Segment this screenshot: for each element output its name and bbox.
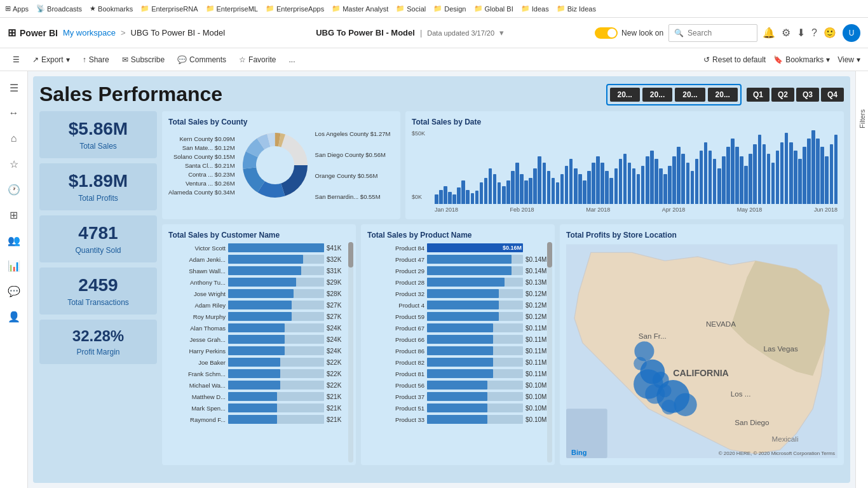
q1-btn[interactable]: Q1 (747, 88, 770, 102)
top-charts-row: Total Sales by County Kern County $0.09M… (162, 111, 844, 219)
bookmarks-chevron: ▾ (826, 55, 830, 64)
bookmark-social[interactable]: 📁 Social (396, 4, 426, 13)
workspace-link[interactable]: My workspace (63, 28, 116, 37)
cust-bar-bg (228, 358, 324, 367)
list-item: Product 4 $0.12M (367, 301, 548, 309)
total-profits-value: $1.89M (50, 171, 147, 191)
comments-button[interactable]: 💬 Comments (172, 53, 231, 67)
cust-bar-bg (228, 289, 324, 298)
hamburger-button[interactable]: ☰ (8, 53, 25, 67)
year-btn-1[interactable]: 20... (610, 88, 640, 102)
cust-bar-fill (228, 346, 285, 355)
sidebar-favorites-icon[interactable]: ☆ (3, 152, 25, 175)
x-label-1: Feb 2018 (510, 207, 534, 213)
q2-btn[interactable]: Q2 (771, 88, 794, 102)
dropdown-arrow-icon[interactable]: ▾ (499, 28, 504, 37)
prod-bar-fill (427, 278, 505, 287)
bookmark-broadcasts[interactable]: 📡 Broadcasts (36, 4, 82, 13)
cust-name: Jose Wright (168, 290, 226, 297)
sidebar-profile-icon[interactable]: 👤 (3, 305, 25, 328)
bookmark-apps[interactable]: ⊞ Apps (5, 4, 29, 13)
sidebar-nav-icon[interactable]: ↔ (3, 102, 25, 125)
view-label: View (837, 55, 854, 64)
date-bar (726, 147, 730, 204)
reset-button[interactable]: ↺ Reset to default (703, 55, 766, 64)
product-scrollbar-track[interactable] (547, 242, 552, 463)
sidebar-home-icon[interactable]: ⌂ (3, 127, 25, 150)
bookmark-enterprisedna[interactable]: 📁 EnterpriseRNA (140, 4, 198, 13)
cust-bar-bg (228, 278, 324, 287)
bookmarks-toolbar-button[interactable]: 🔖 Bookmarks ▾ (773, 55, 830, 64)
view-button[interactable]: View ▾ (837, 55, 860, 64)
bookmark-ideas[interactable]: 📁 Ideas (521, 4, 549, 13)
list-item: Alan Thomas $24K (168, 323, 349, 332)
cust-bar-bg (228, 312, 324, 321)
date-bar (466, 190, 470, 204)
date-bar (709, 151, 712, 204)
emoji-icon[interactable]: 🙂 (824, 27, 836, 39)
date-bar (583, 180, 587, 204)
date-bar (543, 163, 546, 204)
sidebar-menu-icon[interactable]: ☰ (3, 76, 25, 99)
bookmark-design[interactable]: 📁 Design (433, 4, 466, 13)
date-bar (686, 163, 690, 204)
filters-label[interactable]: Filters (858, 109, 866, 128)
bookmark-bizideas[interactable]: 📁 Biz Ideas (557, 4, 596, 13)
county-label-2: Solano County $0.15M (168, 153, 235, 160)
customer-scrollbar-thumb[interactable] (348, 242, 353, 268)
list-item: Product 33 $0.10M (367, 415, 548, 424)
download-icon[interactable]: ⬇ (797, 27, 805, 39)
app-logo[interactable]: ⊞ Power BI (8, 27, 58, 39)
prod-bar-fill (427, 392, 487, 401)
year-btn-2[interactable]: 20... (642, 88, 672, 102)
sidebar-metrics-icon[interactable]: 📊 (3, 254, 25, 277)
bookmark-masteranalyst[interactable]: 📁 Master Analyst (332, 4, 388, 13)
date-bar (552, 178, 555, 204)
county-chart: Total Sales by County Kern County $0.09M… (162, 111, 400, 219)
sidebar-apps-icon[interactable]: ⊞ (3, 203, 25, 226)
notification-icon[interactable]: 🔔 (763, 27, 775, 39)
avatar[interactable]: U (843, 24, 860, 42)
sidebar-chat-icon[interactable]: 💬 (3, 280, 25, 302)
county-rlabel-5 (315, 181, 391, 191)
new-look-label: New look on (621, 29, 663, 37)
list-item: Product 28 $0.13M (367, 278, 548, 287)
q4-btn[interactable]: Q4 (821, 88, 844, 102)
help-icon[interactable]: ? (811, 27, 817, 39)
left-sidebar: ☰ ↔ ⌂ ☆ 🕐 ⊞ 👥 📊 💬 👤 (0, 71, 28, 488)
cust-name: Michael Wa... (168, 382, 226, 389)
prod-bar-fill (427, 415, 487, 424)
export-button[interactable]: ↗ Export ▾ (27, 53, 75, 67)
year-btn-3[interactable]: 20... (675, 88, 705, 102)
settings-icon[interactable]: ⚙ (782, 27, 790, 39)
new-look-toggle[interactable] (595, 27, 618, 39)
date-bar (448, 192, 452, 204)
product-scrollbar-thumb[interactable] (547, 242, 552, 268)
prod-bar-fill (427, 301, 499, 309)
filters-sidebar[interactable]: Filters (855, 71, 868, 488)
bookmark-enterpriseapps[interactable]: 📁 EnterpriseApps (266, 4, 324, 13)
bookmark-bookmarks[interactable]: ★ Bookmarks (90, 4, 133, 13)
bookmark-enterpriseml[interactable]: 📁 EnterpriseML (206, 4, 258, 13)
sidebar-recent-icon[interactable]: 🕐 (3, 178, 25, 201)
favorite-button[interactable]: ☆ Favorite (234, 53, 281, 67)
share-button[interactable]: ↑ Share (78, 53, 114, 67)
list-item: Matthew D... $21K (168, 392, 349, 401)
search-input[interactable] (688, 29, 751, 37)
customer-scrollbar-track[interactable] (348, 242, 353, 463)
list-item: Victor Scott $41K (168, 243, 349, 252)
date-bar (700, 151, 703, 204)
date-bar (749, 154, 752, 204)
prod-bar-fill (427, 381, 487, 390)
search-box[interactable]: 🔍 (668, 24, 757, 42)
bookmark-globalbi[interactable]: 📁 Global BI (474, 4, 513, 13)
svg-text:Las Vegas: Las Vegas (764, 344, 798, 353)
year-btn-4[interactable]: 20... (708, 88, 738, 102)
subscribe-button[interactable]: ✉ Subscribe (117, 53, 170, 67)
cust-value: $31K (327, 268, 349, 274)
sidebar-shared-icon[interactable]: 👥 (3, 229, 25, 252)
prod-name: Product 81 (367, 370, 424, 377)
q3-btn[interactable]: Q3 (796, 88, 819, 102)
more-button[interactable]: ... (283, 53, 300, 67)
bookmark-bookmarks-label: Bookmarks (98, 5, 133, 13)
